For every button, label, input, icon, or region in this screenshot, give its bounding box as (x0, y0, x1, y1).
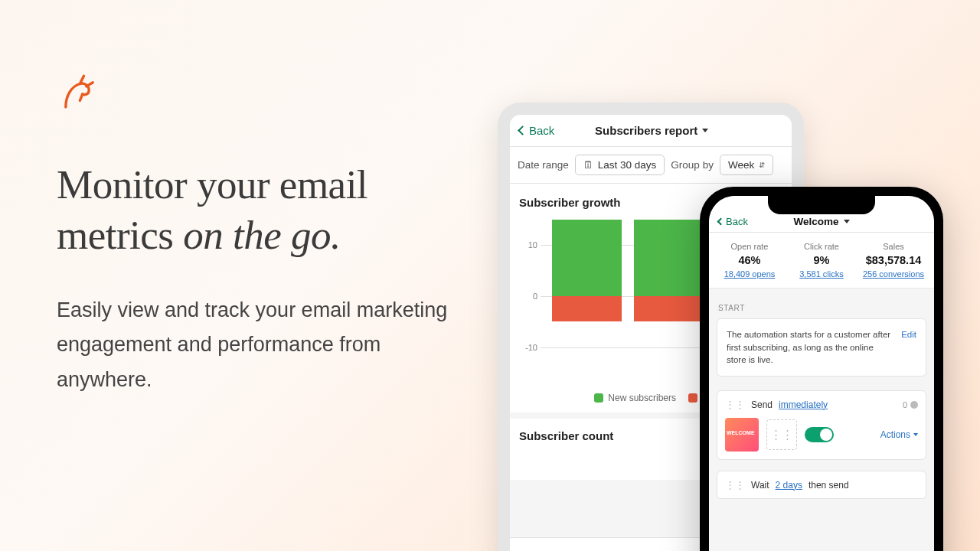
start-section-label: START (718, 304, 925, 312)
wait-duration-link[interactable]: 2 days (776, 480, 802, 491)
send-step-card[interactable]: ⋮⋮ Send immediately 0 ⋮⋮ Actions (717, 390, 926, 460)
caret-down-icon (702, 129, 708, 132)
back-button[interactable]: Back (519, 124, 554, 137)
hero-subcopy: Easily view and track your email marketi… (57, 293, 470, 399)
email-thumbnail[interactable] (725, 418, 759, 452)
metric-link[interactable]: 18,409 opens (714, 269, 786, 279)
actions-dropdown[interactable]: Actions (880, 429, 918, 440)
calendar-icon: 🗓 (583, 159, 593, 171)
metric-link[interactable]: 3,581 clicks (786, 269, 858, 279)
step-enabled-toggle[interactable] (805, 427, 834, 442)
metric-sales: Sales$83,578.14256 conversions (858, 242, 929, 279)
recipient-count: 0 (903, 400, 918, 409)
add-content-placeholder[interactable]: ⋮⋮ (766, 419, 797, 450)
date-range-selector[interactable]: 🗓 Last 30 days (575, 155, 665, 175)
caret-down-icon (844, 220, 850, 223)
group-by-label: Group by (671, 159, 714, 171)
wait-step-card[interactable]: ⋮⋮ Wait 2 days then send (717, 471, 926, 499)
metric-link[interactable]: 256 conversions (858, 269, 929, 279)
phone-notch (768, 196, 875, 214)
brand-logo-icon (57, 73, 98, 115)
automation-title-dropdown[interactable]: Welcome (709, 216, 934, 227)
phone-device-frame: Back Welcome Open rate46%18,409 opensCli… (700, 187, 943, 551)
report-title-dropdown[interactable]: Subscribers report (559, 124, 744, 137)
group-by-selector[interactable]: Week ⇵ (720, 155, 773, 175)
send-timing-link[interactable]: immediately (779, 399, 828, 410)
person-icon (910, 401, 918, 409)
metric-click-rate: Click rate9%3,581 clicks (786, 242, 858, 279)
date-range-label: Date range (518, 159, 569, 171)
drag-handle-icon[interactable]: ⋮⋮ (725, 399, 745, 410)
drag-handle-icon[interactable]: ⋮⋮ (725, 479, 745, 491)
metrics-row: Open rate46%18,409 opensClick rate9%3,58… (709, 233, 934, 289)
caret-down-icon (913, 433, 918, 436)
chevron-left-icon (518, 126, 528, 135)
hero-headline: Monitor your email metrics on the go. (57, 159, 470, 261)
start-condition-card: The automation starts for a customer aft… (717, 318, 926, 377)
sort-icon: ⇵ (759, 161, 765, 169)
edit-link[interactable]: Edit (901, 328, 916, 367)
metric-open-rate: Open rate46%18,409 opens (714, 242, 786, 279)
